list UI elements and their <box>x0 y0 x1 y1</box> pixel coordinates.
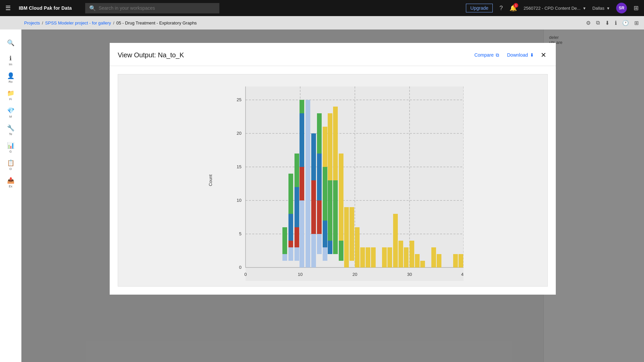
modal-close-button[interactable]: ✕ <box>539 50 548 60</box>
svg-rect-64 <box>382 247 387 267</box>
svg-text:0: 0 <box>244 272 247 277</box>
sidebar-item-label: G <box>9 150 12 153</box>
apps-icon[interactable]: ⊞ <box>634 20 639 26</box>
svg-rect-65 <box>387 247 392 267</box>
svg-rect-61 <box>360 247 365 267</box>
account-label: 2560722 - CPD Content De... <box>524 6 581 11</box>
search-input[interactable] <box>99 5 215 11</box>
svg-rect-70 <box>415 254 420 267</box>
export-icon: 📤 <box>7 177 14 184</box>
chart-container: 25 20 15 10 5 0 0 10 20 30 40 Count <box>118 74 548 287</box>
download-icon: ⬇ <box>530 52 534 58</box>
sidebar-item-label: Ro <box>9 80 13 83</box>
svg-rect-43 <box>317 234 322 254</box>
sidebar-item-label: Fi <box>9 98 12 101</box>
sidebar-item-label: O <box>9 167 12 171</box>
sidebar-item-information[interactable]: ℹ Im <box>3 52 19 68</box>
svg-rect-44 <box>317 200 322 234</box>
region-label: Dallas <box>592 6 604 11</box>
account-switcher[interactable]: 2560722 - CPD Content De... ▾ <box>524 6 586 11</box>
svg-rect-40 <box>311 234 316 267</box>
svg-rect-62 <box>366 247 370 267</box>
svg-rect-47 <box>323 247 327 261</box>
svg-rect-31 <box>294 247 299 261</box>
main-content: deler uts are View Output: Na_to_K Compa… <box>21 29 644 362</box>
breadcrumb: Projects / SPSS Modeler project - for ga… <box>0 16 644 29</box>
sidebar-item-models[interactable]: 💎 M <box>3 105 19 121</box>
svg-rect-55 <box>333 107 338 180</box>
svg-text:30: 30 <box>407 272 412 277</box>
download-label: Download <box>507 52 528 58</box>
sidebar-item-roles[interactable]: 👤 Ro <box>3 70 19 86</box>
sidebar-item-outputs[interactable]: 📋 O <box>3 157 19 173</box>
svg-text:25: 25 <box>237 97 241 102</box>
sidebar-item-graphs[interactable]: 📊 G <box>3 139 19 156</box>
breadcrumb-project[interactable]: SPSS Modeler project - for gallery <box>45 20 111 25</box>
svg-rect-35 <box>300 200 304 267</box>
upgrade-button[interactable]: Upgrade <box>466 4 493 12</box>
svg-text:10: 10 <box>237 198 241 203</box>
svg-rect-75 <box>459 254 463 267</box>
svg-rect-48 <box>323 221 327 247</box>
search-icon: 🔍 <box>89 5 96 11</box>
search-icon: 🔍 <box>7 39 14 47</box>
compare-icon: ⧉ <box>496 52 499 58</box>
svg-rect-37 <box>300 113 304 167</box>
download-icon[interactable]: ⬇ <box>605 20 609 26</box>
svg-rect-25 <box>282 254 287 261</box>
svg-text:10: 10 <box>298 272 303 277</box>
topnav: ☰ IBM Cloud Pak for Data 🔍 Upgrade ? 🔔 1… <box>0 0 644 16</box>
history-icon[interactable]: 🕐 <box>622 20 629 26</box>
split-icon[interactable]: ⧉ <box>596 20 600 26</box>
svg-rect-41 <box>311 180 316 234</box>
templates-icon: 🔧 <box>7 124 14 132</box>
sidebar-item-templates[interactable]: 🔧 Te <box>3 122 19 138</box>
modal-title: View Output: Na_to_K <box>118 51 474 59</box>
sidebar-item-search[interactable]: 🔍 <box>3 35 19 51</box>
svg-rect-56 <box>339 241 343 261</box>
svg-rect-45 <box>317 154 322 200</box>
svg-text:Na_to_K: Na_to_K <box>346 280 363 281</box>
sidebar-item-label: Im <box>9 63 12 66</box>
waffle-icon[interactable]: ⊞ <box>634 4 639 12</box>
svg-rect-26 <box>282 227 287 254</box>
compare-label: Compare <box>474 52 494 58</box>
menu-icon[interactable]: ☰ <box>5 4 11 12</box>
region-switcher[interactable]: Dallas ▾ <box>592 6 609 11</box>
svg-rect-36 <box>300 167 304 200</box>
avatar[interactable]: SR <box>616 3 627 13</box>
graphs-icon: 📊 <box>7 142 14 149</box>
svg-rect-34 <box>294 154 299 187</box>
svg-text:40: 40 <box>461 272 464 277</box>
settings-icon[interactable]: ⚙ <box>586 20 591 26</box>
svg-rect-58 <box>344 207 349 267</box>
breadcrumb-current: 05 - Drug Treatment - Exploratory Graphs <box>116 20 197 25</box>
sidebar: 🔍 ℹ Im 👤 Ro 📁 Fi 💎 M 🔧 Te 📊 G 📋 O 📤 Ex <box>0 29 21 362</box>
svg-rect-69 <box>410 241 414 267</box>
svg-text:0: 0 <box>239 265 241 270</box>
modal-overlay: View Output: Na_to_K Compare ⧉ Download … <box>21 29 644 362</box>
svg-rect-39 <box>306 100 310 267</box>
sidebar-item-export[interactable]: 📤 Ex <box>3 174 19 190</box>
breadcrumb-sep-1: / <box>42 20 43 25</box>
info-icon: ℹ <box>9 55 12 62</box>
help-icon[interactable]: ? <box>499 5 503 12</box>
breadcrumb-actions: ⚙ ⧉ ⬇ ℹ 🕐 ⊞ <box>586 20 639 26</box>
svg-text:Count: Count <box>208 174 213 186</box>
download-button[interactable]: Download ⬇ <box>507 52 534 58</box>
search-bar[interactable]: 🔍 <box>85 3 219 13</box>
svg-rect-68 <box>404 247 409 267</box>
info-icon[interactable]: ℹ <box>615 20 617 26</box>
sidebar-item-files[interactable]: 📁 Fi <box>3 87 19 103</box>
outputs-icon: 📋 <box>7 159 14 167</box>
breadcrumb-projects[interactable]: Projects <box>24 20 40 25</box>
notification-badge: 1 <box>514 3 518 8</box>
compare-button[interactable]: Compare ⧉ <box>474 52 499 58</box>
topnav-right: Upgrade ? 🔔 1 2560722 - CPD Content De..… <box>466 3 639 13</box>
svg-rect-38 <box>300 100 304 113</box>
notifications-icon[interactable]: 🔔 1 <box>509 4 517 12</box>
svg-rect-52 <box>328 180 332 241</box>
sidebar-item-label: Te <box>9 132 12 136</box>
breadcrumb-sep-2: / <box>113 20 114 25</box>
svg-rect-66 <box>393 214 398 267</box>
